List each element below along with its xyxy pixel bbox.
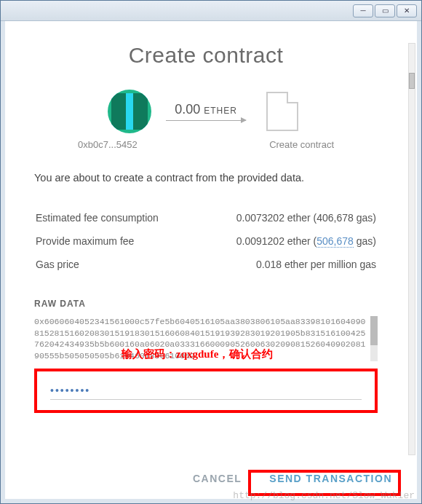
titlebar: ─ ▭ ✕ [1, 1, 421, 21]
cancel-button[interactable]: CANCEL [190, 467, 244, 490]
address-labels: 0xb0c7...5452 Create contract [34, 139, 378, 150]
amount-arrow: 0.00 ETHER [166, 102, 246, 121]
sender-avatar [108, 90, 151, 133]
maximize-button[interactable]: ▭ [375, 4, 395, 17]
estimated-fee-label: Estimated fee consumption [36, 207, 194, 229]
watermark: http://blog.csdn.net/Slow_Wakler [233, 490, 415, 501]
raw-data-label: RAW DATA [34, 299, 378, 309]
raw-data-box: 0x6060604052341561000c57fe5b6040516105aa… [34, 316, 378, 361]
content: Create contract 0.00 ETHER 0xb0c7... [5, 21, 417, 499]
minimize-button[interactable]: ─ [353, 4, 373, 17]
identicon-icon [111, 93, 148, 130]
recipient-label: Create contract [269, 139, 334, 150]
arrow-icon [166, 120, 246, 121]
estimated-fee-value: 0.0073202 ether (406,678 gas) [196, 207, 376, 229]
fee-table: Estimated fee consumption 0.0073202 ethe… [34, 205, 378, 277]
gas-price-value: 0.018 ether per million gas [196, 253, 376, 275]
max-fee-value: 0.0091202 ether (506,678 gas) [196, 230, 376, 252]
amount-value: 0.00 [175, 102, 200, 117]
close-button[interactable]: ✕ [397, 4, 417, 17]
vertical-scrollbar[interactable] [408, 43, 415, 455]
raw-scrollbar-thumb[interactable] [370, 316, 378, 345]
password-highlight-box [34, 369, 378, 413]
app-window: ─ ▭ ✕ Create contract 0.00 ETHER [0, 0, 422, 504]
transfer-row: 0.00 ETHER [34, 90, 378, 133]
notice-text: You are about to create a contract from … [34, 172, 378, 184]
scrollbar-thumb[interactable] [409, 73, 415, 89]
max-fee-label: Provide maximum fee [36, 230, 194, 252]
raw-scrollbar[interactable] [370, 316, 378, 361]
sender-address: 0xb0c7...5452 [78, 139, 138, 150]
annotation-text: 输入密码：zqxgdufe，确认合约 [122, 347, 273, 361]
document-icon [266, 92, 298, 131]
page-title: Create contract [34, 43, 378, 68]
gas-link[interactable]: 506,678 [316, 235, 354, 248]
password-input[interactable] [50, 382, 362, 400]
amount-unit: ETHER [204, 106, 237, 116]
gas-price-label: Gas price [36, 253, 194, 275]
